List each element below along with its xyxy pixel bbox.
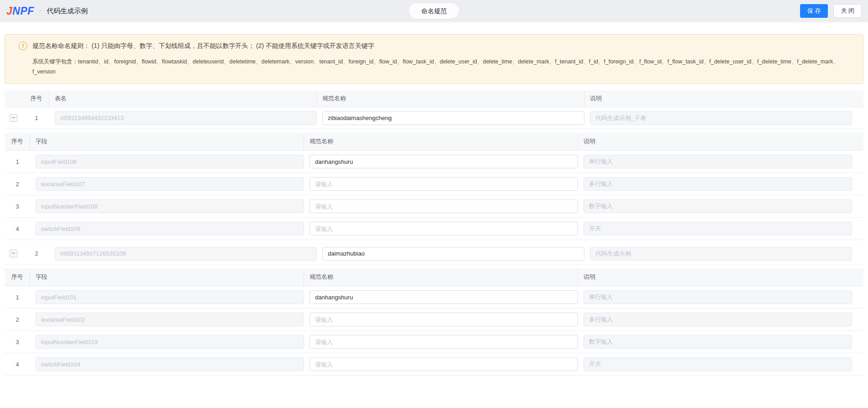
field-row: 3 [5,195,863,218]
main-content: ! 规范名称命名规则： (1) 只能由字母、数字、下划线组成，且不能以数字开头；… [0,34,868,376]
expand-column-header [5,90,18,107]
rule-name-column-header: 规范名称 [322,90,584,107]
alert-keywords-text: 系统关键字包含：tenantid、id、foreignid、flowid、flo… [32,57,854,77]
field-row: 1 [5,151,863,173]
naming-rules-alert: ! 规范名称命名规则： (1) 只能由字母、数字、下划线组成，且不能以数字开头；… [5,34,863,84]
rule-name-input[interactable] [322,111,584,125]
description-input [584,357,852,371]
row-index: 2 [5,316,30,323]
alert-rule-text: 规范名称命名规则： (1) 只能由字母、数字、下划线组成，且不能以数字开头； (… [32,41,854,51]
field-row: 3 [5,331,863,353]
field-name-input [36,335,304,349]
rule-name-input[interactable] [310,357,578,371]
description-input [590,111,852,125]
field-name-input [36,177,304,191]
rule-name-input[interactable] [310,313,578,326]
field-name-input [36,290,304,304]
description-input [584,199,852,213]
description-input [584,313,852,326]
description-column-header: 说明 [584,133,852,150]
table-name-input [55,247,317,261]
rule-name-input[interactable] [310,290,578,304]
child-header-row: 序号 字段 规范名称 说明 [5,133,863,151]
row-index: 1 [5,158,30,165]
row-index: 2 [5,181,30,188]
rule-name-input[interactable] [322,247,584,261]
collapse-toggle[interactable]: − [10,250,17,257]
rule-name-input[interactable] [310,199,578,213]
description-column-header: 说明 [590,90,852,107]
index-column-header: 序号 [5,133,30,150]
rule-name-column-header: 规范名称 [310,133,578,150]
save-button[interactable]: 保 存 [800,4,828,18]
row-index: 4 [5,225,30,232]
page-title: 代码生成示例 [46,7,88,16]
index-column-header: 序号 [5,268,30,286]
rule-name-input[interactable] [310,335,578,349]
table-name-input [55,111,317,125]
field-column-header: 字段 [36,133,304,150]
row-index: 2 [24,250,49,257]
alert-body: 规范名称命名规则： (1) 只能由字母、数字、下划线组成，且不能以数字开头； (… [32,41,854,77]
description-input [584,335,852,349]
field-name-input [36,222,304,235]
tab-naming-convention[interactable]: 命名规范 [409,3,459,19]
parent-header-row: 序号 表名 规范名称 说明 [5,90,863,107]
description-input [584,290,852,304]
topbar: JNPF · 代码生成示例 命名规范 保 存 关 闭 [0,0,868,22]
table-row-1: − 1 [5,107,863,129]
description-column-header: 说明 [584,268,852,286]
naming-table: 序号 表名 规范名称 说明 − 1 序号 字段 规范名称 说明 1 [5,90,863,376]
description-input [584,177,852,191]
field-row: 4 [5,218,863,240]
field-row: 4 [5,353,863,376]
rule-name-input[interactable] [310,155,578,168]
child-table-2: 序号 字段 规范名称 说明 1 2 3 [5,268,863,376]
index-column-header: 序号 [24,90,49,107]
row-index: 3 [5,339,30,345]
close-button[interactable]: 关 闭 [833,4,862,18]
row-index: 4 [5,361,30,368]
row-index: 3 [5,203,30,210]
jnpf-logo: JNPF [6,5,34,17]
table-name-column-header: 表名 [55,90,317,107]
rule-name-column-header: 规范名称 [310,268,578,286]
table-row-2: − 2 [5,243,863,265]
field-name-input [36,199,304,213]
row-index: 1 [5,294,30,301]
row-index: 1 [24,115,49,121]
collapse-toggle[interactable]: − [10,114,17,122]
logo-separator-dot: · [39,6,42,16]
child-table-1: 序号 字段 规范名称 说明 1 2 3 [5,133,863,240]
topbar-left: JNPF · 代码生成示例 [6,5,88,17]
field-row: 1 [5,286,863,309]
description-input [584,222,852,235]
field-row: 2 [5,309,863,331]
rule-name-input[interactable] [310,222,578,235]
warning-circle-icon: ! [19,42,27,50]
field-name-input [36,313,304,326]
field-column-header: 字段 [36,268,304,286]
field-name-input [36,357,304,371]
topbar-actions: 保 存 关 闭 [800,4,862,18]
field-row: 2 [5,173,863,195]
field-name-input [36,155,304,168]
jnpf-logo-npf: NPF [12,5,34,17]
rule-name-input[interactable] [310,177,578,191]
jnpf-logo-j: J [6,5,12,17]
child-header-row: 序号 字段 规范名称 说明 [5,268,863,286]
description-input [590,247,852,261]
description-input [584,155,852,168]
